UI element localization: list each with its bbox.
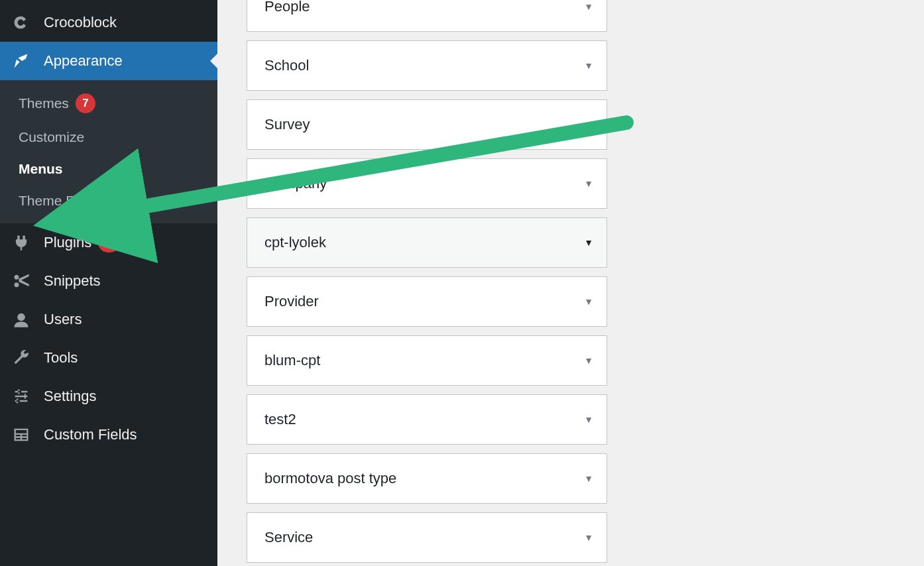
sidebar-item-crocoblock[interactable]: Crocoblock	[0, 3, 217, 42]
sidebar-item-users[interactable]: Users	[0, 300, 217, 339]
sidebar-item-plugins[interactable]: Plugins 36	[0, 223, 217, 262]
submenu-item-theme-file-editor[interactable]: Theme File Editor	[0, 185, 217, 217]
metabox-service[interactable]: Service ▼	[247, 512, 607, 563]
appearance-submenu: Themes 7 Customize Menus Theme File Edit…	[0, 80, 217, 223]
submenu-item-customize[interactable]: Customize	[0, 121, 217, 153]
metabox-label: bormotova post type	[264, 470, 396, 487]
chevron-down-icon: ▼	[584, 1, 593, 12]
submenu-label-theme-file-editor: Theme File Editor	[19, 193, 129, 209]
chevron-down-icon: ▼	[584, 60, 593, 71]
metabox-label: School	[264, 57, 309, 74]
sidebar-label-snippets: Snippets	[44, 272, 101, 290]
sidebar-item-snippets[interactable]: Snippets	[0, 262, 217, 300]
metabox-people[interactable]: People ▼	[247, 0, 607, 32]
sidebar-item-settings[interactable]: Settings	[0, 377, 217, 416]
sidebar-label-tools: Tools	[44, 349, 78, 367]
admin-sidebar: Crocoblock Appearance Themes 7 Customize…	[0, 0, 217, 566]
snippets-icon	[12, 271, 36, 291]
metabox-provider[interactable]: Provider ▼	[247, 276, 607, 327]
themes-badge: 7	[76, 93, 95, 113]
metabox-label: People	[264, 0, 310, 15]
chevron-down-icon: ▼	[584, 414, 593, 425]
chevron-down-icon: ▼	[584, 237, 593, 248]
submenu-label-menus: Menus	[19, 161, 63, 177]
users-icon	[12, 310, 36, 329]
sidebar-label-crocoblock: Crocoblock	[44, 14, 117, 31]
sidebar-label-plugins: Plugins	[44, 234, 91, 251]
sidebar-label-users: Users	[44, 311, 82, 328]
submenu-label-themes: Themes	[19, 95, 69, 111]
metabox-school[interactable]: School ▼	[247, 40, 607, 91]
chevron-down-icon: ▼	[584, 355, 593, 366]
plugins-icon	[12, 233, 36, 253]
tools-icon	[12, 348, 36, 368]
submenu-item-themes[interactable]: Themes 7	[0, 85, 217, 121]
metabox-bormotova[interactable]: bormotova post type ▼	[247, 453, 607, 504]
settings-icon	[12, 386, 36, 406]
metabox-label: Service	[264, 529, 313, 546]
metabox-label: test2	[264, 411, 296, 428]
metabox-label: Company	[264, 175, 327, 192]
metabox-survey[interactable]: Survey ▼	[247, 99, 607, 150]
metabox-label: cpt-lyolek	[264, 234, 326, 251]
sidebar-item-tools[interactable]: Tools	[0, 339, 217, 377]
chevron-down-icon: ▼	[584, 178, 593, 189]
crocoblock-icon	[12, 13, 36, 32]
plugins-badge: 36	[98, 233, 120, 253]
metabox-label: Survey	[264, 116, 310, 133]
metabox-list: People ▼ School ▼ Survey ▼ Company ▼ cpt…	[247, 0, 607, 566]
chevron-down-icon: ▼	[584, 296, 593, 307]
metabox-test2[interactable]: test2 ▼	[247, 394, 607, 445]
sidebar-item-appearance[interactable]: Appearance	[0, 42, 217, 80]
metabox-company[interactable]: Company ▼	[247, 158, 607, 209]
custom-fields-icon	[12, 425, 36, 445]
sidebar-label-settings: Settings	[44, 388, 97, 405]
sidebar-item-custom-fields[interactable]: Custom Fields	[0, 416, 217, 454]
sidebar-label-appearance: Appearance	[44, 52, 123, 70]
metabox-cpt-lyolek[interactable]: cpt-lyolek ▼	[247, 217, 607, 268]
appearance-icon	[12, 51, 36, 71]
chevron-down-icon: ▼	[584, 119, 593, 130]
submenu-label-customize: Customize	[19, 129, 84, 145]
metabox-blum-cpt[interactable]: blum-cpt ▼	[247, 335, 607, 386]
metabox-label: Provider	[264, 293, 319, 310]
submenu-item-menus[interactable]: Menus	[0, 153, 217, 185]
chevron-down-icon: ▼	[584, 532, 593, 543]
chevron-down-icon: ▼	[584, 473, 593, 484]
content-area: People ▼ School ▼ Survey ▼ Company ▼ cpt…	[217, 0, 924, 566]
metabox-label: blum-cpt	[264, 352, 320, 369]
sidebar-label-custom-fields: Custom Fields	[44, 426, 137, 443]
